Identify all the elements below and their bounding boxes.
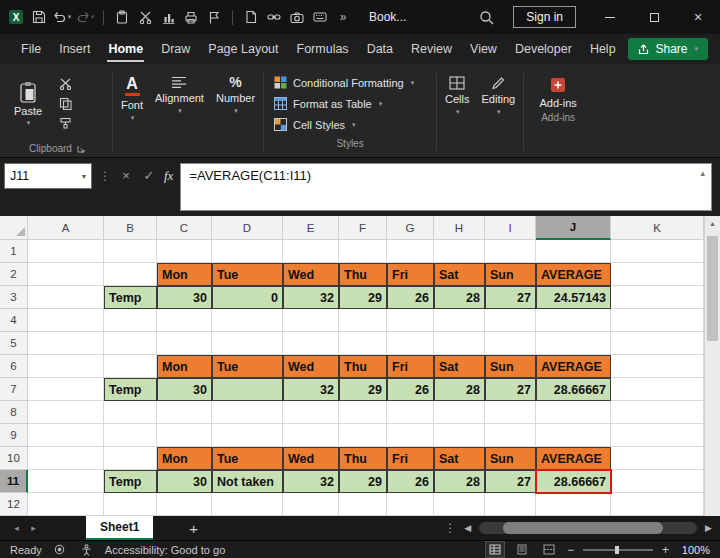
cell-J11[interactable]: 28.66667 [536, 470, 611, 493]
cell-G10[interactable]: Fri [387, 447, 434, 470]
row-header-1[interactable]: 1 [0, 240, 28, 263]
share-button[interactable]: Share ▾ [628, 38, 708, 60]
row-header-6[interactable]: 6 [0, 355, 28, 378]
cell-B7[interactable]: Temp [104, 378, 157, 401]
cell-J7[interactable]: 28.66667 [536, 378, 611, 401]
redo-icon[interactable]: ▾ [75, 5, 95, 29]
cell-J6[interactable]: AVERAGE [536, 355, 611, 378]
column-header-A[interactable]: A [28, 216, 104, 240]
sheet-tab-sheet1[interactable]: Sheet1 [86, 516, 153, 540]
cell-D8[interactable] [212, 401, 283, 424]
row-header-4[interactable]: 4 [0, 309, 28, 332]
flag-icon[interactable] [204, 5, 224, 29]
cell-J5[interactable] [536, 332, 611, 355]
row-header-10[interactable]: 10 [0, 447, 28, 470]
cell-B8[interactable] [104, 401, 157, 424]
enter-icon[interactable]: ✓ [141, 168, 157, 183]
column-header-D[interactable]: D [212, 216, 283, 240]
format-painter-button[interactable] [59, 117, 72, 129]
tab-developer[interactable]: Developer [506, 35, 581, 63]
cell-C6[interactable]: Mon [157, 355, 212, 378]
cell-K8[interactable] [611, 401, 704, 424]
cell-A9[interactable] [28, 424, 104, 447]
cell-I1[interactable] [485, 240, 536, 263]
row-header-3[interactable]: 3 [0, 286, 28, 309]
cell-C5[interactable] [157, 332, 212, 355]
cell-C2[interactable]: Mon [157, 263, 212, 286]
cell-D11[interactable]: Not taken [212, 470, 283, 493]
document-icon[interactable] [241, 5, 261, 29]
cell-A6[interactable] [28, 355, 104, 378]
select-all-button[interactable] [0, 216, 28, 240]
cell-I5[interactable] [485, 332, 536, 355]
cell-K3[interactable] [611, 286, 704, 309]
cell-A10[interactable] [28, 447, 104, 470]
conditional-formatting-button[interactable]: Conditional Formatting ▾ [274, 72, 426, 93]
cell-F5[interactable] [339, 332, 387, 355]
cell-K4[interactable] [611, 309, 704, 332]
cell-D12[interactable] [212, 493, 283, 516]
cell-G2[interactable]: Fri [387, 263, 434, 286]
font-group-button[interactable]: A Font ▾ [115, 67, 149, 157]
cell-H5[interactable] [434, 332, 485, 355]
cell-F11[interactable]: 29 [339, 470, 387, 493]
cell-H4[interactable] [434, 309, 485, 332]
cell-E2[interactable]: Wed [283, 263, 339, 286]
cell-D1[interactable] [212, 240, 283, 263]
touch-keyboard-icon[interactable] [310, 5, 330, 29]
column-header-F[interactable]: F [339, 216, 387, 240]
cell-I11[interactable]: 27 [485, 470, 536, 493]
cell-H2[interactable]: Sat [434, 263, 485, 286]
macro-record-icon[interactable] [51, 542, 69, 557]
cell-I2[interactable]: Sun [485, 263, 536, 286]
cell-B5[interactable] [104, 332, 157, 355]
copy-button[interactable] [59, 97, 72, 110]
cell-A3[interactable] [28, 286, 104, 309]
cell-F12[interactable] [339, 493, 387, 516]
cell-K7[interactable] [611, 378, 704, 401]
vertical-scrollbar[interactable]: ▲ [704, 216, 720, 516]
formula-bar-handle-icon[interactable]: ⋮ [99, 169, 111, 183]
cell-H12[interactable] [434, 493, 485, 516]
tab-data[interactable]: Data [358, 35, 402, 63]
accessibility-status[interactable]: Accessibility: Good to go [105, 544, 225, 556]
cell-H8[interactable] [434, 401, 485, 424]
cell-H9[interactable] [434, 424, 485, 447]
cell-G4[interactable] [387, 309, 434, 332]
cell-G1[interactable] [387, 240, 434, 263]
cell-B9[interactable] [104, 424, 157, 447]
column-header-G[interactable]: G [387, 216, 434, 240]
overflow-chevron-icon[interactable]: » [333, 5, 353, 29]
cell-E7[interactable]: 32 [283, 378, 339, 401]
sheet-nav-next-icon[interactable]: ▸ [25, 523, 42, 533]
cell-E1[interactable] [283, 240, 339, 263]
cell-K5[interactable] [611, 332, 704, 355]
cell-E9[interactable] [283, 424, 339, 447]
cell-C4[interactable] [157, 309, 212, 332]
cell-F9[interactable] [339, 424, 387, 447]
tab-formulas[interactable]: Formulas [288, 35, 358, 63]
column-header-K[interactable]: K [611, 216, 704, 240]
cell-I9[interactable] [485, 424, 536, 447]
cell-A11[interactable] [28, 470, 104, 493]
cell-D7[interactable] [212, 378, 283, 401]
number-group-button[interactable]: % Number ▾ [210, 67, 261, 157]
cell-D9[interactable] [212, 424, 283, 447]
cell-H3[interactable]: 28 [434, 286, 485, 309]
more-options-icon[interactable]: ⋮ [444, 521, 456, 535]
cell-C12[interactable] [157, 493, 212, 516]
cell-B11[interactable]: Temp [104, 470, 157, 493]
cell-E5[interactable] [283, 332, 339, 355]
cell-A2[interactable] [28, 263, 104, 286]
excel-app-icon[interactable]: X [6, 5, 26, 29]
zoom-slider[interactable] [583, 549, 653, 551]
cell-J10[interactable]: AVERAGE [536, 447, 611, 470]
cell-J1[interactable] [536, 240, 611, 263]
cell-D4[interactable] [212, 309, 283, 332]
cell-I4[interactable] [485, 309, 536, 332]
zoom-slider-thumb[interactable] [615, 546, 619, 554]
row-header-7[interactable]: 7 [0, 378, 28, 401]
paste-button[interactable]: Paste ▾ [4, 67, 52, 140]
column-header-B[interactable]: B [104, 216, 157, 240]
vertical-scroll-thumb[interactable] [707, 236, 718, 341]
